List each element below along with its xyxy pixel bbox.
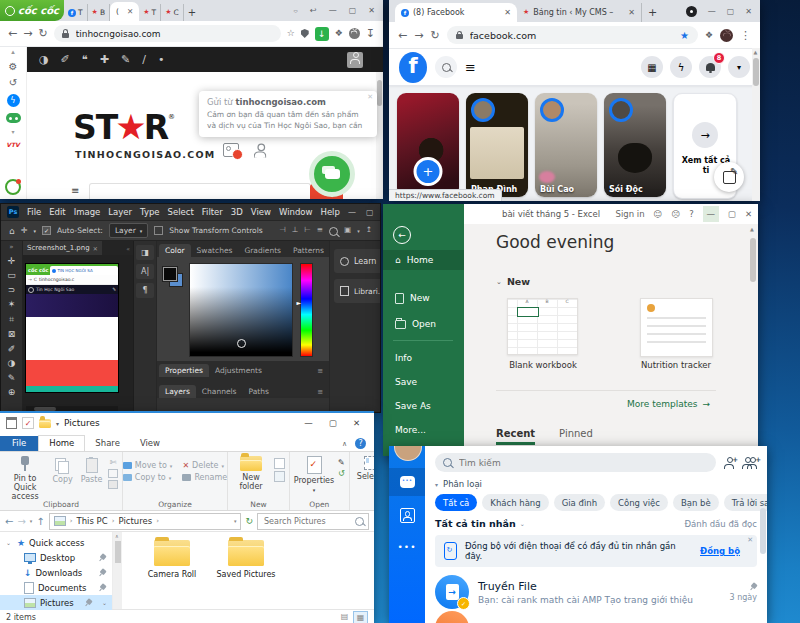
story-card[interactable]: Phan Đình bbox=[466, 93, 528, 197]
account-menu-button[interactable]: ▾ bbox=[728, 56, 750, 78]
back-button[interactable]: ← bbox=[8, 28, 17, 39]
scrollbar[interactable]: ▲ bbox=[749, 226, 757, 454]
nav-pictures[interactable]: Pictures⌄ bbox=[0, 595, 112, 610]
photoshop-canvas[interactable]: cốc cốcTIN HỌC NGÔI SA →Ctinhocngoisao.c… bbox=[23, 255, 133, 413]
crumb-this-pc[interactable]: This PC bbox=[77, 516, 108, 526]
classify-header[interactable]: ▾Phân loại bbox=[425, 475, 767, 489]
collapse-ribbon-icon[interactable]: ∧ bbox=[342, 440, 347, 448]
refresh-icon[interactable]: ↻ bbox=[245, 516, 253, 526]
distribute-icon[interactable]: ≡ bbox=[317, 225, 323, 236]
wand-tool[interactable]: ✶ bbox=[8, 299, 16, 309]
minimize-button[interactable]: — bbox=[348, 208, 356, 217]
help-icon[interactable]: ? bbox=[689, 209, 694, 219]
comment-icon[interactable]: ❝ bbox=[82, 53, 88, 66]
close-tab-icon[interactable]: ✕ bbox=[127, 7, 133, 16]
tab-5[interactable]: ★C bbox=[161, 4, 184, 21]
more-templates-link[interactable]: More templates→ bbox=[627, 399, 710, 409]
messenger-icon[interactable]: ϟ bbox=[7, 94, 20, 107]
delete-button[interactable]: ✕Delete▾ bbox=[182, 461, 227, 470]
pin-to-quick-access-button[interactable]: Pin to Quick access bbox=[4, 456, 46, 502]
libraries-panel-button[interactable]: Librari... bbox=[334, 279, 381, 303]
forward-button[interactable]: → bbox=[23, 28, 32, 39]
notifications-button[interactable]: 8 bbox=[699, 56, 721, 78]
close-tab-icon[interactable]: ✕ bbox=[504, 8, 511, 17]
new-tab-button[interactable]: + bbox=[642, 3, 663, 22]
chevron-down-icon[interactable]: ▾ bbox=[11, 129, 14, 135]
move-to-button[interactable]: Move to▾ bbox=[123, 461, 173, 470]
align-center-icon[interactable]: ⊥ bbox=[292, 225, 299, 236]
paste-shortcut-icon[interactable] bbox=[108, 480, 118, 489]
color-picker-marker[interactable] bbox=[237, 339, 246, 348]
scroll-up-icon[interactable]: ▲ bbox=[750, 226, 754, 232]
back-button[interactable]: ← bbox=[393, 226, 411, 244]
plus-icon[interactable]: ✚ bbox=[100, 53, 109, 66]
align-left-icon[interactable]: ⊣ bbox=[279, 225, 286, 236]
share-icon[interactable]: ↥ bbox=[366, 225, 372, 236]
eyedropper-tool[interactable]: ✐ bbox=[8, 344, 16, 354]
create-group-icon[interactable]: + bbox=[742, 457, 757, 469]
close-button[interactable]: ✕ bbox=[353, 418, 360, 428]
saturation-brightness-field[interactable] bbox=[189, 263, 293, 357]
menu-kebab-icon[interactable]: ⋮ bbox=[740, 30, 751, 41]
menu-type[interactable]: Type bbox=[140, 207, 160, 217]
apps-grid-button[interactable]: ▦ bbox=[641, 56, 663, 78]
breadcrumb[interactable]: › This PC › Pictures › ▾ bbox=[49, 513, 242, 530]
crop-tool[interactable]: ⌗ bbox=[9, 314, 14, 325]
minimize-button[interactable]: — bbox=[304, 418, 313, 428]
menu-layer[interactable]: Layer bbox=[108, 207, 132, 217]
tab-patterns[interactable]: Patterns bbox=[287, 244, 330, 257]
brush-icon[interactable]: ✐ bbox=[61, 53, 70, 66]
palette-icon[interactable]: ◑ bbox=[39, 53, 49, 66]
coccoc-logo[interactable]: cốc cốc bbox=[0, 0, 64, 21]
blank-workbook-template[interactable]: ABC bbox=[507, 298, 578, 355]
scroll-up-icon[interactable]: ∧ bbox=[115, 533, 119, 539]
show-transform-checkbox[interactable] bbox=[154, 226, 163, 235]
panel-menu-icon[interactable]: ≡ bbox=[313, 386, 327, 398]
zoom-search-icon[interactable] bbox=[329, 227, 338, 236]
extensions-icon[interactable]: ❖ bbox=[335, 29, 343, 38]
extensions-icon[interactable]: ❖ bbox=[705, 31, 713, 40]
help-icon[interactable]: ? bbox=[355, 438, 366, 449]
document-tab[interactable]: Screenshot_1.png✕ bbox=[23, 241, 102, 255]
nav-home[interactable]: ⌂Home bbox=[383, 250, 464, 270]
nav-new[interactable]: New bbox=[383, 288, 464, 308]
easy-access-icon[interactable] bbox=[274, 471, 285, 482]
chip-customers[interactable]: Khách hàng bbox=[482, 494, 548, 511]
all-messages-dropdown[interactable]: Tất cả tin nhắn⌄ bbox=[435, 518, 525, 529]
close-doc-icon[interactable]: ✕ bbox=[93, 245, 98, 252]
menu-help[interactable]: Help bbox=[321, 207, 340, 217]
history-icon[interactable]: ↺ bbox=[9, 78, 17, 88]
notification-image-icon[interactable] bbox=[223, 143, 239, 157]
panel-collapse-icon[interactable]: « bbox=[126, 245, 133, 252]
tab-file[interactable]: File bbox=[0, 436, 38, 451]
healing-tool[interactable]: ◑ bbox=[8, 358, 16, 368]
tab-2[interactable]: ★B bbox=[88, 4, 110, 21]
maximize-button[interactable]: ▢ bbox=[728, 209, 736, 219]
new-folder-button[interactable]: New folder bbox=[232, 456, 270, 491]
hamburger-icon[interactable]: ≡ bbox=[71, 185, 79, 196]
settings-gear-icon[interactable]: ⚙ bbox=[9, 62, 18, 72]
up-button[interactable]: ↑ bbox=[36, 516, 44, 527]
close-button[interactable]: ✕ bbox=[368, 6, 375, 15]
recent-locations-icon[interactable]: ▾ bbox=[30, 518, 33, 524]
coccoc-app-icon[interactable] bbox=[5, 179, 21, 195]
chevron-down-icon[interactable]: ▾ bbox=[33, 228, 36, 234]
tab-adjustments[interactable]: Adjustments bbox=[209, 364, 268, 377]
panel-menu-icon[interactable]: ≡ bbox=[313, 365, 327, 377]
messenger-button[interactable]: ϟ bbox=[670, 56, 692, 78]
folder-camera-roll[interactable]: Camera Roll bbox=[140, 540, 204, 609]
tab-channels[interactable]: Channels bbox=[196, 385, 243, 398]
new-item-icon[interactable] bbox=[274, 458, 285, 469]
chip-all[interactable]: Tất cả bbox=[435, 494, 477, 511]
tab-properties[interactable]: Properties bbox=[159, 364, 209, 377]
chip-family[interactable]: Gia đình bbox=[554, 494, 605, 511]
edit-icon[interactable]: ✎ bbox=[338, 458, 345, 467]
tab-swatches[interactable]: Swatches bbox=[191, 244, 239, 257]
user-avatar[interactable] bbox=[347, 52, 363, 68]
cut-icon[interactable]: ✄ bbox=[110, 458, 117, 467]
story-card[interactable]: Bùi Cao bbox=[535, 93, 597, 197]
add-friend-icon[interactable]: + bbox=[724, 457, 734, 469]
download-manager-icon[interactable]: ↓ bbox=[315, 27, 329, 41]
menu-edit[interactable]: Edit bbox=[49, 207, 65, 217]
minimize-button[interactable]: — bbox=[329, 6, 337, 15]
